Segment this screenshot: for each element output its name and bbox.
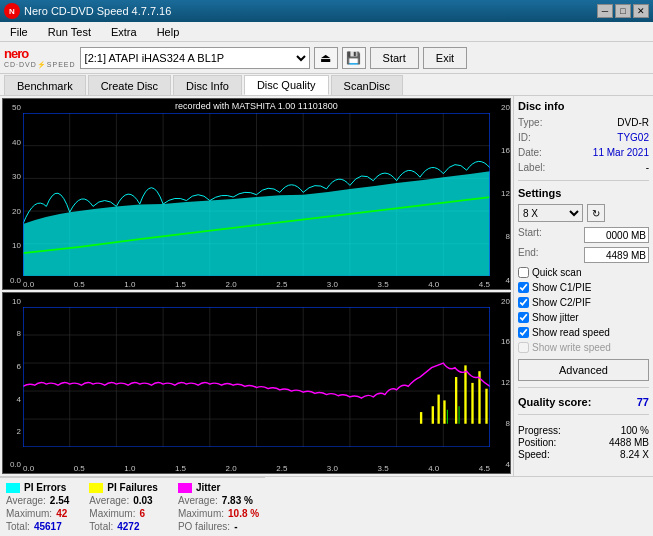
svg-rect-31 <box>455 377 457 424</box>
tab-create-disc[interactable]: Create Disc <box>88 75 171 95</box>
end-label: End: <box>518 247 539 263</box>
minimize-button[interactable]: ─ <box>597 4 613 18</box>
menu-run-test[interactable]: Run Test <box>42 25 97 39</box>
refresh-button[interactable]: ↻ <box>587 204 605 222</box>
pi-failures-legend: PI Failures Average: 0.03 Maximum: 6 <box>89 482 158 532</box>
y-right-12: 12 <box>490 189 510 198</box>
tab-disc-info[interactable]: Disc Info <box>173 75 242 95</box>
pif-avg: Average: 0.03 <box>89 495 152 506</box>
main-content: recorded with MATSHITA 1.00 11101800 50 … <box>0 96 653 536</box>
bottom-chart-svg <box>23 307 490 447</box>
bottom-chart-y-left: 10 8 6 4 2 0.0 <box>3 293 23 473</box>
disc-type-row: Type: DVD-R <box>518 117 649 128</box>
tab-bar: Benchmark Create Disc Disc Info Disc Qua… <box>0 74 653 96</box>
pi-avg: Average: 2.54 <box>6 495 69 506</box>
pi-max: Maximum: 42 <box>6 508 67 519</box>
divider-3 <box>518 414 649 415</box>
tab-scandisc[interactable]: ScanDisc <box>331 75 403 95</box>
svg-rect-35 <box>485 388 487 423</box>
disc-label-label: Label: <box>518 162 545 173</box>
nero-logo-text: nero <box>4 46 28 61</box>
title-bar-left: N Nero CD-DVD Speed 4.7.7.16 <box>4 3 171 19</box>
show-c1-label: Show C1/PIE <box>532 282 591 293</box>
toolbar: nero CD·DVD⚡SPEED [2:1] ATAPI iHAS324 A … <box>0 42 653 74</box>
show-write-speed-label: Show write speed <box>532 342 611 353</box>
position-label: Position: <box>518 437 556 448</box>
y-left-30: 30 <box>3 172 23 181</box>
tab-disc-quality[interactable]: Disc Quality <box>244 75 329 95</box>
quick-scan-row: Quick scan <box>518 267 649 278</box>
y-right-20: 20 <box>490 103 510 112</box>
show-read-speed-label: Show read speed <box>532 327 610 338</box>
eject-button[interactable]: ⏏ <box>314 47 338 69</box>
nero-logo-sub: CD·DVD⚡SPEED <box>4 61 76 69</box>
title-bar-buttons[interactable]: ─ □ ✕ <box>597 4 649 18</box>
pif-total: Total: 4272 <box>89 521 139 532</box>
progress-section: Progress: 100 % Position: 4488 MB Speed:… <box>518 425 649 461</box>
bottom-chart-y-right: 20 16 12 8 4 <box>490 293 510 473</box>
y-left-50: 50 <box>3 103 23 112</box>
show-write-speed-checkbox[interactable] <box>518 342 529 353</box>
disc-id-row: ID: TYG02 <box>518 132 649 143</box>
pif-max: Maximum: 6 <box>89 508 145 519</box>
advanced-button[interactable]: Advanced <box>518 359 649 381</box>
speed-label: Speed: <box>518 449 550 460</box>
disc-date-label: Date: <box>518 147 542 158</box>
y-right-16: 16 <box>490 146 510 155</box>
svg-rect-27 <box>420 412 422 424</box>
maximize-button[interactable]: □ <box>615 4 631 18</box>
exit-button[interactable]: Exit <box>423 47 467 69</box>
menu-file[interactable]: File <box>4 25 34 39</box>
show-c1-row: Show C1/PIE <box>518 282 649 293</box>
pi-errors-color <box>6 483 20 493</box>
top-chart-x-axis: 0.0 0.5 1.0 1.5 2.0 2.5 3.0 3.5 4.0 4.5 <box>23 280 490 289</box>
start-button[interactable]: Start <box>370 47 419 69</box>
show-c2-row: Show C2/PIF <box>518 297 649 308</box>
disc-info-title: Disc info <box>518 100 649 112</box>
start-input[interactable] <box>584 227 649 243</box>
y-left-0: 0.0 <box>3 276 23 285</box>
pi-total: Total: 45617 <box>6 521 62 532</box>
disc-id-value: TYG02 <box>617 132 649 143</box>
quality-score-value: 77 <box>637 396 649 408</box>
end-input[interactable] <box>584 247 649 263</box>
start-mb-row: Start: <box>518 227 649 243</box>
jitter-legend: Jitter Average: 7.83 % Maximum: 10.8 % <box>178 482 259 532</box>
drive-selector[interactable]: [2:1] ATAPI iHAS324 A BL1P <box>80 47 310 69</box>
start-label: Start: <box>518 227 542 243</box>
quick-scan-label: Quick scan <box>532 267 581 278</box>
divider-1 <box>518 180 649 181</box>
title-bar: N Nero CD-DVD Speed 4.7.7.16 ─ □ ✕ <box>0 0 653 22</box>
legend-bar: PI Errors Average: 2.54 Maximum: 42 <box>0 476 653 536</box>
top-chart-svg <box>23 113 490 276</box>
quick-scan-checkbox[interactable] <box>518 267 529 278</box>
bottom-chart-x-axis: 0.0 0.5 1.0 1.5 2.0 2.5 3.0 3.5 4.0 4.5 <box>23 464 490 473</box>
show-read-speed-checkbox[interactable] <box>518 327 529 338</box>
window-title: Nero CD-DVD Speed 4.7.7.16 <box>24 5 171 17</box>
svg-rect-33 <box>471 382 473 423</box>
speed-value: 8.24 X <box>620 449 649 460</box>
y-left-10: 10 <box>3 241 23 250</box>
y-left-40: 40 <box>3 138 23 147</box>
nero-logo: nero CD·DVD⚡SPEED <box>4 46 76 69</box>
show-c2-checkbox[interactable] <box>518 297 529 308</box>
speed-row: 8 X 4 X 2 X MAX ↻ <box>518 204 649 222</box>
menu-help[interactable]: Help <box>151 25 186 39</box>
save-button[interactable]: 💾 <box>342 47 366 69</box>
quality-score-label: Quality score: <box>518 396 591 408</box>
disc-id-label: ID: <box>518 132 531 143</box>
close-button[interactable]: ✕ <box>633 4 649 18</box>
svg-rect-37 <box>458 406 459 424</box>
tab-benchmark[interactable]: Benchmark <box>4 75 86 95</box>
disc-type-value: DVD-R <box>617 117 649 128</box>
menu-bar: File Run Test Extra Help <box>0 22 653 42</box>
svg-rect-36 <box>447 409 448 423</box>
speed-selector[interactable]: 8 X 4 X 2 X MAX <box>518 204 583 222</box>
show-jitter-checkbox[interactable] <box>518 312 529 323</box>
pi-failures-title: PI Failures <box>107 482 158 493</box>
position-value: 4488 MB <box>609 437 649 448</box>
progress-label: Progress: <box>518 425 561 436</box>
jitter-title: Jitter <box>196 482 220 493</box>
menu-extra[interactable]: Extra <box>105 25 143 39</box>
show-c1-checkbox[interactable] <box>518 282 529 293</box>
